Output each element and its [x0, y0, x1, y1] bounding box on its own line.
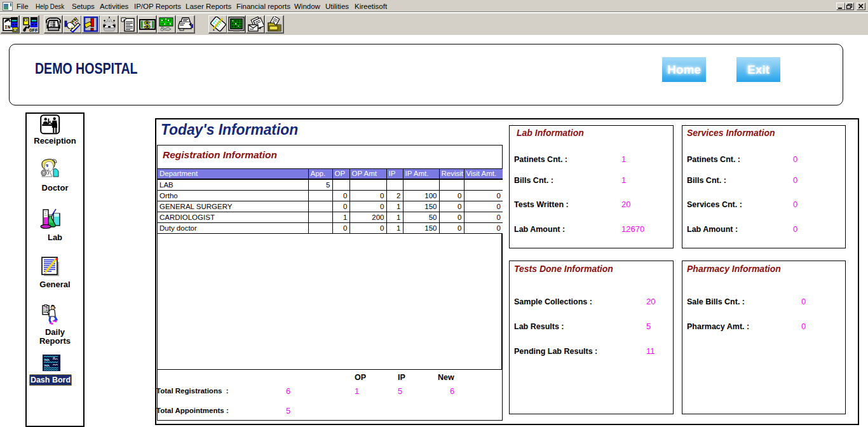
svg-text:$: $ [144, 20, 150, 30]
svg-text:OFF: OFF [29, 28, 38, 32]
svg-text:IN: IN [4, 24, 11, 30]
